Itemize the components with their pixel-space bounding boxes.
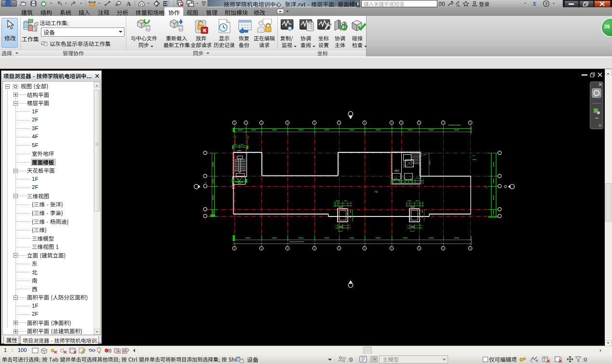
svg-text:7.5: 7.5 (374, 190, 378, 193)
svg-text:?: ? (545, 1, 548, 6)
svg-text:4567: 4567 (394, 170, 400, 172)
